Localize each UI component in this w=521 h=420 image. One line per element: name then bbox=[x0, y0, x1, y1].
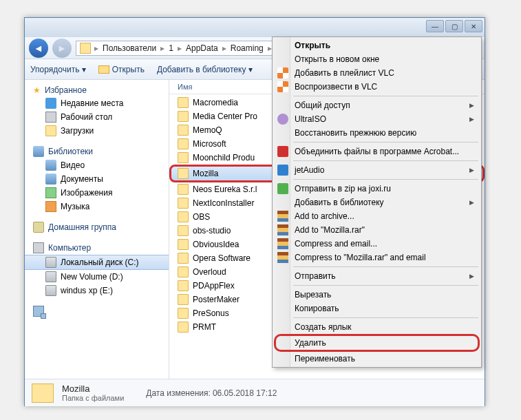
crumb-item[interactable]: Roaming bbox=[228, 43, 266, 53]
folder-icon bbox=[178, 253, 189, 264]
folder-name: Moonchild Produ bbox=[193, 153, 255, 162]
sidebar-item-drive-e[interactable]: windus xp (E:) bbox=[25, 284, 169, 297]
folder-icon bbox=[178, 111, 189, 122]
folder-name: Macromedia bbox=[193, 98, 238, 107]
vlc-icon bbox=[277, 81, 288, 92]
folder-name: Overloud bbox=[193, 267, 226, 277]
folder-name: MemoQ bbox=[193, 125, 222, 135]
ctx-open-new-window[interactable]: Открыть в новом окне bbox=[274, 52, 480, 66]
library-icon bbox=[33, 146, 44, 157]
video-icon bbox=[45, 160, 56, 171]
folder-name: Neos Eureka S.r.l bbox=[193, 185, 257, 194]
crumb-item[interactable]: 1 bbox=[166, 43, 176, 53]
folder-icon bbox=[178, 125, 189, 136]
documents-icon bbox=[45, 174, 56, 185]
ctx-add-rar[interactable]: Add to "Mozilla.rar" bbox=[274, 223, 480, 237]
sidebar-item-video[interactable]: Видео bbox=[25, 158, 169, 172]
sidebar-item-images[interactable]: Изображения bbox=[25, 186, 169, 200]
folder-icon bbox=[178, 280, 189, 291]
open-button[interactable]: Открыть bbox=[98, 65, 145, 74]
folder-icon bbox=[178, 239, 189, 250]
folder-icon bbox=[178, 198, 189, 209]
sidebar-item-drive-c[interactable]: Локальный диск (C:) bbox=[25, 255, 169, 270]
homegroup-header[interactable]: Домашняя группа bbox=[25, 220, 169, 234]
chevron-right-icon: ▶ bbox=[469, 273, 474, 280]
maximize-button[interactable]: ▢ bbox=[445, 20, 463, 32]
homegroup-icon bbox=[33, 222, 44, 233]
forward-button[interactable]: ► bbox=[52, 39, 72, 58]
ctx-share[interactable]: Общий доступ▶ bbox=[274, 98, 480, 112]
computer-icon bbox=[33, 242, 44, 253]
images-icon bbox=[45, 187, 56, 198]
ctx-cut[interactable]: Вырезать bbox=[274, 288, 480, 302]
folder-icon bbox=[178, 322, 189, 333]
ctx-joxi-zip[interactable]: Отправить в zip на joxi.ru bbox=[274, 182, 480, 196]
folder-icon bbox=[178, 97, 189, 108]
organize-menu[interactable]: Упорядочить ▾ bbox=[30, 65, 86, 74]
back-button[interactable]: ◄ bbox=[29, 39, 48, 58]
crumb-item[interactable]: AppData bbox=[183, 43, 221, 53]
libraries-header[interactable]: Библиотеки bbox=[25, 145, 169, 158]
winrar-icon bbox=[277, 224, 288, 235]
folder-icon bbox=[80, 43, 91, 54]
folder-icon bbox=[178, 211, 189, 222]
ctx-compress-email[interactable]: Compress and email... bbox=[274, 237, 480, 251]
ctx-play-vlc[interactable]: Воспроизвести в VLC bbox=[274, 80, 480, 94]
folder-name: PDAppFlex bbox=[193, 281, 235, 291]
sidebar-item-desktop[interactable]: Рабочий стол bbox=[25, 110, 169, 124]
folder-name: Media Center Pro bbox=[193, 112, 257, 121]
folder-icon bbox=[178, 266, 189, 277]
folder-icon bbox=[178, 168, 189, 179]
sidebar: Избранное Недавние места Рабочий стол За… bbox=[25, 80, 169, 379]
ctx-add-archive[interactable]: Add to archive... bbox=[274, 209, 480, 223]
ctx-open[interactable]: Открыть bbox=[274, 39, 480, 52]
chevron-right-icon: ▶ bbox=[469, 199, 474, 206]
crumb-item[interactable]: Пользователи bbox=[100, 43, 159, 53]
context-menu: Открыть Открыть в новом окне Добавить в … bbox=[272, 36, 482, 368]
ctx-delete[interactable]: Удалить bbox=[274, 334, 480, 352]
folder-name: Mozilla bbox=[193, 169, 218, 178]
favorites-header[interactable]: Избранное bbox=[25, 84, 169, 96]
ctx-jetaudio[interactable]: jetAudio▶ bbox=[274, 163, 480, 177]
status-type: Папка с файлами bbox=[62, 394, 124, 402]
folder-icon bbox=[178, 152, 189, 163]
folder-name: ObviousIdea bbox=[193, 240, 239, 249]
folder-icon bbox=[98, 65, 109, 74]
folder-name: PRMT bbox=[193, 322, 216, 332]
titlebar: — ▢ ✕ bbox=[25, 18, 485, 37]
sidebar-item-recent[interactable]: Недавние места bbox=[25, 96, 169, 110]
ctx-acrobat-combine[interactable]: Объединить файлы в программе Acrobat... bbox=[274, 145, 480, 158]
acrobat-icon bbox=[277, 146, 288, 157]
ctx-compress-rar-email[interactable]: Compress to "Mozilla.rar" and email bbox=[274, 251, 480, 264]
drive-icon bbox=[45, 285, 56, 296]
ultraiso-icon bbox=[277, 114, 288, 125]
sidebar-item-documents[interactable]: Документы bbox=[25, 172, 169, 186]
ctx-copy[interactable]: Копировать bbox=[274, 302, 480, 315]
ctx-send-to[interactable]: Отправить▶ bbox=[274, 269, 480, 283]
network-header[interactable] bbox=[25, 304, 169, 318]
chevron-right-icon: ▶ bbox=[469, 116, 474, 123]
sidebar-item-music[interactable]: Музыка bbox=[25, 200, 169, 213]
folder-name: PosterMaker bbox=[193, 295, 240, 304]
ctx-ultraiso[interactable]: UltraISO▶ bbox=[274, 112, 480, 126]
folder-name: Opera Software bbox=[193, 253, 251, 263]
drive-icon bbox=[45, 257, 56, 268]
chevron-right-icon: ▶ bbox=[469, 102, 474, 109]
folder-icon bbox=[178, 294, 189, 305]
vlc-icon bbox=[277, 67, 288, 78]
computer-header[interactable]: Компьютер bbox=[25, 241, 169, 255]
desktop-icon bbox=[45, 112, 56, 123]
ctx-rename[interactable]: Переименовать bbox=[274, 352, 480, 366]
ctx-restore-version[interactable]: Восстановить прежнюю версию bbox=[274, 126, 480, 140]
status-date: Дата изменения: 06.05.2018 17:12 bbox=[146, 388, 277, 398]
sidebar-item-drive-d[interactable]: New Volume (D:) bbox=[25, 270, 169, 284]
chevron-right-icon: ▶ bbox=[469, 167, 474, 174]
close-button[interactable]: ✕ bbox=[465, 20, 482, 32]
add-library-menu[interactable]: Добавить в библиотеку ▾ bbox=[157, 65, 253, 74]
minimize-button[interactable]: — bbox=[426, 20, 444, 32]
downloads-icon bbox=[45, 125, 56, 136]
ctx-create-shortcut[interactable]: Создать ярлык bbox=[274, 320, 480, 334]
ctx-add-library[interactable]: Добавить в библиотеку▶ bbox=[274, 196, 480, 209]
ctx-add-vlc-playlist[interactable]: Добавить в плейлист VLC bbox=[274, 66, 480, 80]
sidebar-item-downloads[interactable]: Загрузки bbox=[25, 124, 169, 138]
